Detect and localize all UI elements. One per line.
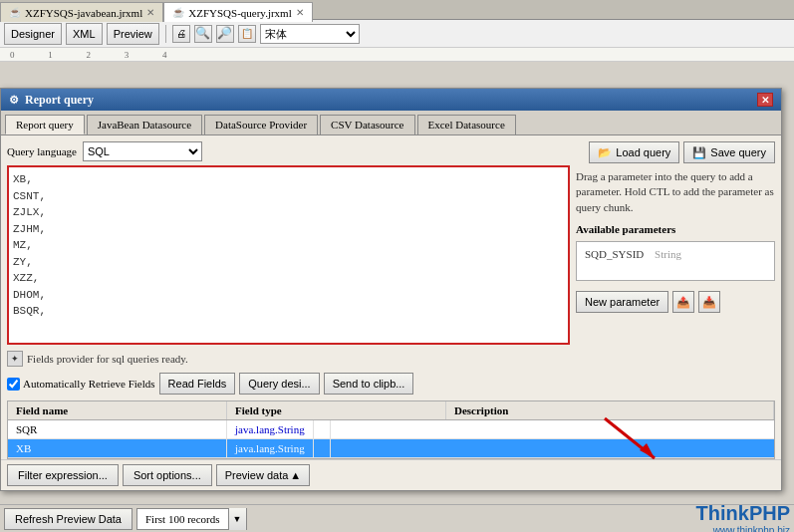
watermark-main: ThinkPHP <box>696 502 790 525</box>
dialog-body: Query language SQL XB, CSNT, ZJLX, ZJHM,… <box>1 135 781 400</box>
cell-sqr-name: SQR <box>8 420 227 438</box>
col-header-type: Field type <box>227 401 446 419</box>
status-icon: ✦ <box>7 351 23 367</box>
query-lang-select[interactable]: SQL <box>83 141 202 161</box>
first100-label: First 100 records <box>137 513 228 525</box>
send-clipb-button[interactable]: Send to clipb... <box>324 373 414 395</box>
dropdown-arrow-btn[interactable]: ▼ <box>228 508 246 530</box>
query-editor[interactable]: XB, CSNT, ZJLX, ZJHM, MZ, ZY, XZZ, DHOM,… <box>7 165 570 345</box>
watermark-sub: www.thinkphp.biz <box>696 525 790 533</box>
cell-sqr-desc <box>314 420 331 438</box>
xml-button[interactable]: XML <box>66 23 103 45</box>
cell-xb-desc <box>314 439 331 457</box>
designer-button[interactable]: Designer <box>4 23 62 45</box>
cell-xb-name: XB <box>8 439 227 457</box>
load-query-button[interactable]: 📂 Load query <box>589 141 679 163</box>
dialog-tabs: Report query JavaBean Datasource DataSou… <box>1 111 781 135</box>
load-icon: 📂 <box>598 146 612 159</box>
action-row: Automatically Retrieve Fields Read Field… <box>7 373 570 395</box>
dialog-close-btn[interactable]: ✕ <box>757 93 773 107</box>
icon-btn-1[interactable]: 📤 <box>672 291 694 313</box>
sort-options-button[interactable]: Sort options... <box>123 464 212 486</box>
tab-close-1[interactable]: ✕ <box>146 7 154 18</box>
first100-dropdown: First 100 records ▼ <box>136 508 247 530</box>
new-param-row: New parameter 📤 📥 <box>576 291 775 313</box>
auto-retrieve-check[interactable]: Automatically Retrieve Fields <box>7 378 155 391</box>
tab-query[interactable]: ☕ XZFYSQS-query.jrxml ✕ <box>163 2 312 22</box>
filter-expr-button[interactable]: Filter expression... <box>7 464 119 486</box>
preview-button[interactable]: Preview <box>107 23 159 45</box>
refresh-preview-button[interactable]: Refresh Preview Data <box>4 508 132 530</box>
dialog-tab-report-query[interactable]: Report query <box>5 115 85 134</box>
cell-xb-type: java.lang.String <box>227 439 314 457</box>
dialog-title-icon: ⚙ <box>9 94 19 107</box>
dialog-titlebar: ⚙ Report query ✕ <box>1 89 781 111</box>
dialog-right-panel: 📂 Load query 💾 Save query Drag a paramet… <box>576 141 775 395</box>
col-header-name: Field name <box>8 401 227 419</box>
ruler: 0 1 2 3 4 <box>0 48 794 62</box>
right-buttons-row: 📂 Load query 💾 Save query <box>576 141 775 163</box>
cell-sqr-type: java.lang.String <box>227 420 314 438</box>
status-bar: Refresh Preview Data First 100 records ▼… <box>0 504 794 532</box>
preview-data-button[interactable]: Preview data ▲ <box>216 464 310 486</box>
status-row: ✦ Fields provider for sql queries ready. <box>7 349 570 369</box>
tab-javabean[interactable]: ☕ XZFYSQS-javabean.jrxml ✕ <box>0 2 163 22</box>
available-params-label: Available parameters <box>576 223 775 235</box>
icon-btn-2[interactable]: 📥 <box>698 291 720 313</box>
dialog-title: Report query <box>25 93 94 108</box>
dialog-tab-csv[interactable]: CSV Datasource <box>320 115 414 134</box>
red-arrow <box>595 408 674 472</box>
svg-marker-1 <box>640 443 655 458</box>
query-lang-label: Query language <box>7 145 77 157</box>
font-select[interactable]: 宋体 <box>260 24 360 44</box>
toolbar-icon-zoom-out[interactable]: 🔎 <box>216 25 234 43</box>
tab-close-2[interactable]: ✕ <box>296 7 304 18</box>
dialog-tab-javabean[interactable]: JavaBean Datasource <box>87 115 202 134</box>
dialog-tab-datasource[interactable]: DataSource Provider <box>204 115 318 134</box>
save-query-button[interactable]: 💾 Save query <box>683 141 775 163</box>
app-tabs: ☕ XZFYSQS-javabean.jrxml ✕ ☕ XZFYSQS-que… <box>0 0 794 20</box>
read-fields-button[interactable]: Read Fields <box>159 373 236 395</box>
param-item: SQD_SYSID String <box>581 246 770 262</box>
status-text: Fields provider for sql queries ready. <box>27 353 188 365</box>
watermark: ThinkPHP www.thinkphp.biz <box>696 502 790 533</box>
save-icon: 💾 <box>692 146 706 159</box>
dialog-tab-excel[interactable]: Excel Datasource <box>417 115 516 134</box>
toolbar-icon-copy[interactable]: 📋 <box>238 25 256 43</box>
params-list: SQD_SYSID String <box>576 241 775 281</box>
query-lang-row: Query language SQL <box>7 141 570 161</box>
dialog-left-panel: Query language SQL XB, CSNT, ZJLX, ZJHM,… <box>7 141 570 395</box>
preview-arrow-icon: ▲ <box>290 469 301 481</box>
main-toolbar: Designer XML Preview 🖨 🔍 🔎 📋 宋体 <box>0 20 794 48</box>
toolbar-icon-print[interactable]: 🖨 <box>172 25 190 43</box>
toolbar-icon-zoom-in[interactable]: 🔍 <box>194 25 212 43</box>
new-param-button[interactable]: New parameter <box>576 291 668 313</box>
query-desi-button[interactable]: Query desi... <box>239 373 319 395</box>
hint-text: Drag a parameter into the query to add a… <box>576 169 775 215</box>
